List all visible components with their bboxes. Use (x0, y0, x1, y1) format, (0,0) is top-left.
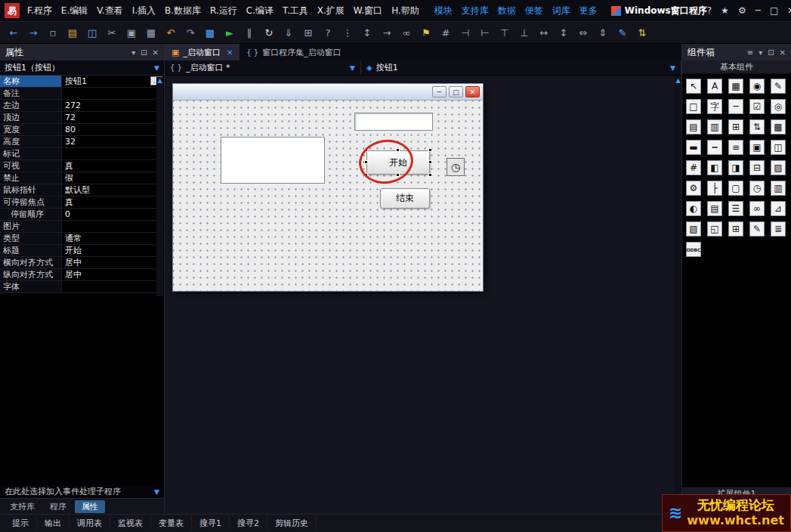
rich-edit-icon[interactable]: ▨ (771, 160, 786, 175)
property-row[interactable]: 高度32 (0, 136, 164, 148)
same-height-icon[interactable]: ⇕ (595, 25, 610, 40)
menubar-item[interactable]: W.窗口 (349, 5, 387, 17)
menubar-link-item[interactable]: 便签 (521, 5, 548, 17)
pen-component-icon[interactable]: ✎ (749, 221, 765, 237)
selection-handle[interactable] (428, 173, 432, 177)
property-row[interactable]: 名称按钮1… (0, 76, 164, 88)
statusbar-item[interactable]: 搜寻1 (192, 516, 230, 530)
copy-icon[interactable]: ▣ (124, 25, 139, 40)
save-icon[interactable]: ◫ (85, 25, 100, 40)
tool-bar-icon[interactable]: ◨ (728, 160, 743, 175)
menubar-item[interactable]: E.编辑 (57, 5, 92, 17)
chart-component-icon[interactable]: ⊿ (771, 201, 786, 216)
same-width-icon[interactable]: ⇔ (576, 25, 591, 40)
snap-grid-icon[interactable]: # (438, 25, 453, 40)
property-row[interactable]: 停留顺序0 (0, 209, 164, 221)
property-row[interactable]: 可视真 (0, 160, 164, 172)
property-row[interactable]: 图片 (0, 221, 164, 233)
sort-items-icon[interactable]: ⇅ (635, 25, 650, 40)
center-vertical-icon[interactable]: ↕ (556, 25, 571, 40)
picture-box-control[interactable] (221, 137, 325, 184)
window-select-dropdown[interactable]: { } _启动窗口 * ▼ (165, 60, 361, 75)
bookmark-icon[interactable]: ★ (721, 5, 729, 16)
selection-handle[interactable] (364, 173, 368, 177)
tab-window-program-set[interactable]: { } 窗口程序集_启动窗口 (239, 44, 348, 60)
edit-pen-icon[interactable]: ✎ (615, 25, 630, 40)
tree-view-icon[interactable]: ├ (707, 181, 722, 196)
end-button-control[interactable]: 结束 (380, 188, 430, 209)
menu-component-icon[interactable]: ≡ (728, 140, 743, 155)
property-row[interactable]: 宽度80 (0, 124, 164, 136)
chevron-down-icon[interactable]: ▼ (154, 488, 159, 496)
property-row[interactable]: 纵向对齐方式居中 (0, 269, 164, 281)
hyperlink-icon[interactable]: ∞ (749, 201, 765, 216)
property-row[interactable]: 备注 (0, 88, 164, 100)
center-horizontal-icon[interactable]: ↔ (536, 25, 552, 40)
help-icon[interactable]: ? (707, 5, 712, 16)
statusbar-item[interactable]: 剪辑历史 (267, 516, 317, 530)
property-row[interactable]: 左边272 (0, 100, 164, 112)
menubar-link-item[interactable]: 支持库 (457, 5, 493, 17)
undo-icon[interactable]: ↶ (163, 25, 178, 40)
menubar-link-item[interactable]: 数据 (493, 5, 521, 17)
list-view-icon[interactable]: ▤ (707, 201, 722, 216)
radio-button-icon[interactable]: ◎ (771, 99, 786, 114)
timer-icon[interactable]: ◷ (749, 181, 765, 196)
form-minimize-button[interactable]: ─ (432, 86, 446, 97)
line-component-icon[interactable]: ─ (728, 99, 743, 114)
restart-icon[interactable]: ↻ (261, 25, 277, 40)
property-row[interactable]: 顶边72 (0, 112, 164, 124)
timer-component-control[interactable]: ◷ (446, 158, 465, 176)
cut-icon[interactable]: ✂ (104, 25, 119, 40)
form-maximize-button[interactable]: □ (449, 86, 463, 97)
status-bar-icon[interactable]: ⊟ (749, 160, 765, 175)
shape-component-icon[interactable]: ▧ (686, 221, 701, 237)
chevron-down-icon[interactable]: ▼ (154, 64, 159, 72)
property-object-selector[interactable]: 按钮1（按钮） ▼ (0, 60, 164, 76)
menubar-item[interactable]: V.查看 (92, 5, 127, 17)
dialog-component-icon[interactable]: ◱ (707, 221, 722, 237)
close-icon[interactable]: ✕ (780, 48, 786, 57)
data-grid-icon[interactable]: ⊞ (728, 119, 743, 135)
menubar-item[interactable]: H.帮助 (387, 5, 424, 17)
form-designer-canvas[interactable]: ─ □ ✕ 开始 (165, 76, 681, 514)
progress-bar-icon[interactable]: ▩ (771, 119, 786, 135)
location-pin-icon[interactable]: ⚑ (419, 25, 434, 40)
link-icon[interactable]: ∞ (399, 25, 414, 40)
designed-form-window[interactable]: ─ □ ✕ 开始 (172, 83, 484, 292)
paste-icon[interactable]: ▦ (144, 25, 159, 40)
more-options-icon[interactable]: ⋮ (340, 25, 355, 40)
menubar-item[interactable]: X.扩展 (313, 5, 349, 17)
pointer-tool-icon[interactable]: ↖ (686, 79, 701, 94)
query-icon[interactable]: ? (320, 25, 335, 40)
selection-handle[interactable] (428, 160, 432, 164)
menubar-item[interactable]: R.运行 (205, 5, 242, 17)
chevron-down-icon[interactable]: ▾ (759, 48, 762, 57)
settings-gear-icon[interactable]: ⚙ (738, 5, 746, 16)
properties-scrollbar[interactable]: ▲ (156, 77, 163, 296)
group-box-icon[interactable]: □ (686, 99, 701, 114)
grid-view-icon[interactable]: ⊞ (301, 25, 316, 40)
statusbar-item[interactable]: 监视表 (110, 516, 151, 530)
canvas-scrollbar[interactable]: ▲ ▼ (675, 76, 681, 514)
component-select-dropdown[interactable]: ◈ 按钮1 ▼ (361, 60, 681, 75)
screen-component-icon[interactable]: ▢ (728, 181, 743, 196)
odbc-component-icon[interactable]: ODBC (686, 242, 701, 257)
property-row[interactable]: 鼠标指针默认型 (0, 184, 164, 196)
menubar-link-item[interactable]: 词库 (548, 5, 575, 17)
menubar-link-item[interactable]: 更多 (575, 5, 602, 17)
label-icon[interactable]: A (707, 79, 722, 94)
selection-handle[interactable] (396, 148, 400, 152)
system-component-icon[interactable]: ⚙ (686, 181, 701, 196)
run-icon[interactable]: ► (222, 25, 237, 40)
slider-bar-icon[interactable]: ▬ (686, 140, 701, 155)
picture-box-icon[interactable]: ▦ (728, 79, 743, 94)
forward-icon[interactable]: → (26, 25, 41, 40)
tab-support-libs[interactable]: 支持库 (3, 500, 42, 513)
basic-components-section[interactable]: 基本组件 (682, 60, 791, 74)
printer-component-icon[interactable]: ▥ (771, 181, 786, 196)
selection-handle[interactable] (364, 160, 368, 164)
close-icon[interactable]: ✕ (227, 48, 233, 57)
minimize-icon[interactable]: ─ (755, 5, 761, 16)
form-close-button[interactable]: ✕ (465, 86, 480, 97)
